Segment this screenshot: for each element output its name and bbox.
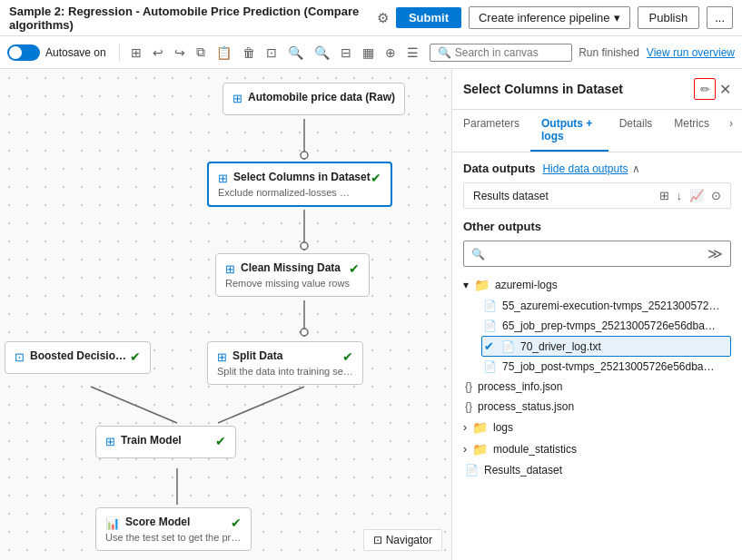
- navigator-button[interactable]: ⊡ Navigator: [363, 529, 442, 551]
- azuremi-children: 📄 55_azuremi-execution-tvmps_25213005726…: [463, 296, 731, 377]
- publish-button[interactable]: Publish: [638, 6, 700, 29]
- connectors-svg: [0, 69, 451, 560]
- file-process-status[interactable]: {} process_status.json: [463, 397, 731, 417]
- file-name-process-info: process_info.json: [478, 380, 562, 393]
- paste-icon[interactable]: 📋: [213, 44, 235, 62]
- score-check-icon: ✔: [231, 516, 242, 530]
- file-results-dataset[interactable]: 📄 Results_dataset: [463, 460, 731, 480]
- data-icon: ⊞: [232, 92, 242, 105]
- results-dataset-label: Results dataset: [473, 190, 652, 202]
- copy-icon[interactable]: ⧉: [193, 43, 209, 62]
- main-area: ⊞ Automobile price data (Raw) ⊞ Select C…: [0, 69, 742, 560]
- table-icon[interactable]: ▦: [359, 44, 378, 62]
- view-icon[interactable]: ⊕: [381, 44, 400, 62]
- file-75[interactable]: 📄 75_job_post-tvmps_25213005726e56dba07a…: [481, 357, 731, 377]
- file-name-70: 70_driver_log.txt: [520, 340, 601, 353]
- node-split-data[interactable]: ⊞ Split Data ✔ Split the data into train…: [207, 341, 363, 385]
- search-box[interactable]: 🔍: [430, 44, 572, 62]
- file-55[interactable]: 📄 55_azuremi-execution-tvmps_25213005726…: [481, 296, 731, 316]
- close-button[interactable]: ✕: [719, 81, 731, 98]
- table-ds-icon[interactable]: ⊞: [659, 189, 669, 202]
- autosave-label: Autosave on: [45, 46, 106, 59]
- automobile-node-title: Automobile price data (Raw): [248, 91, 395, 103]
- pencil-icon: ✏: [700, 83, 710, 96]
- layout-icon[interactable]: ⊟: [337, 44, 355, 62]
- train-check-icon: ✔: [215, 434, 226, 448]
- more-button[interactable]: ...: [707, 6, 733, 29]
- node-clean-missing[interactable]: ⊞ Clean Missing Data ✔ Remove missing va…: [215, 253, 370, 297]
- check-icon: ✔: [371, 171, 381, 185]
- separator: [119, 44, 120, 62]
- file-icon-65: 📄: [483, 319, 497, 332]
- gear-icon[interactable]: ⚙: [377, 10, 389, 26]
- zoom-fit-icon[interactable]: ⊡: [262, 44, 281, 62]
- select-columns-desc: Exclude normalized-losses which has many: [218, 187, 354, 198]
- edit-button[interactable]: ✏: [694, 78, 716, 100]
- chart-icon[interactable]: 📈: [689, 189, 704, 202]
- preview-icon[interactable]: ⊙: [711, 189, 721, 202]
- tab-metrics[interactable]: Metrics: [663, 110, 720, 152]
- tab-details[interactable]: Details: [608, 110, 664, 152]
- clean-missing-desc: Remove missing value rows: [225, 278, 360, 289]
- folder-module-stats[interactable]: › 📁 module_statistics: [463, 438, 731, 460]
- autosave-toggle[interactable]: Autosave on: [7, 44, 106, 61]
- folder-azuremi-logs[interactable]: ▾ 📁 azuremi-logs: [463, 274, 731, 296]
- canvas[interactable]: ⊞ Automobile price data (Raw) ⊞ Select C…: [0, 69, 451, 560]
- json-icon-2: {}: [465, 400, 472, 413]
- download-icon[interactable]: ↓: [677, 189, 683, 202]
- node-score-model[interactable]: 📊 Score Model ✔ Use the test set to get …: [95, 507, 252, 551]
- search-input[interactable]: [455, 46, 564, 59]
- chevron-right-stats-icon: ›: [463, 443, 467, 456]
- panel-header: Select Columns in Dataset ✏ ✕: [452, 69, 742, 110]
- redo-icon[interactable]: ↪: [171, 44, 189, 62]
- node-train-model[interactable]: ⊞ Train Model ✔: [95, 426, 236, 458]
- folder-logs-icon: 📁: [472, 420, 488, 435]
- node-boosted-tree[interactable]: ⊡ Boosted Decision Tree Regre... ✔: [5, 341, 151, 374]
- search-outputs-icon: 🔍: [471, 248, 485, 260]
- node-automobile-data[interactable]: ⊞ Automobile price data (Raw): [223, 83, 405, 115]
- panel-tabs: Parameters Outputs + logs Details Metric…: [452, 110, 742, 152]
- train-icon: ⊞: [105, 435, 115, 448]
- folder-icon: 📁: [474, 278, 490, 292]
- select-columns-node-title: Select Columns in Dataset: [233, 171, 371, 183]
- file-name-results: Results_dataset: [484, 464, 562, 476]
- page-title: Sample 2: Regression - Automobile Price …: [9, 5, 370, 32]
- navigator-label: Navigator: [386, 534, 432, 546]
- tab-scroll-right[interactable]: ›: [720, 110, 742, 152]
- clean-check-icon: ✔: [349, 261, 360, 276]
- file-process-info[interactable]: {} process_info.json: [463, 377, 731, 397]
- node-select-columns[interactable]: ⊞ Select Columns in Dataset ✔ Exclude no…: [207, 162, 392, 207]
- panel-content: Data outputs Hide data outputs ∧ Results…: [452, 152, 742, 560]
- zoom-out-icon[interactable]: 🔍: [284, 44, 307, 62]
- topbar: Sample 2: Regression - Automobile Price …: [0, 0, 742, 36]
- results-dataset-row[interactable]: Results dataset ⊞ ↓ 📈 ⊙: [463, 182, 731, 209]
- file-70[interactable]: ✔ 📄 70_driver_log.txt: [481, 336, 731, 357]
- outputs-search-input[interactable]: [489, 248, 704, 260]
- zoom-in-icon[interactable]: 🔍: [311, 44, 333, 62]
- toolbar: Autosave on ⊞ ↩ ↪ ⧉ 📋 🗑 ⊡ 🔍 🔍 ⊟ ▦ ⊕ ☰ 🔍 …: [0, 36, 742, 69]
- panel-title: Select Columns in Dataset: [463, 82, 694, 96]
- collapse-all-icon[interactable]: ≫: [707, 245, 723, 262]
- svg-point-8: [301, 329, 308, 336]
- toggle-switch[interactable]: [7, 44, 40, 61]
- folder-logs[interactable]: › 📁 logs: [463, 417, 731, 438]
- view-run-link[interactable]: View run overview: [647, 46, 735, 59]
- outputs-search-box[interactable]: 🔍 ≫: [463, 241, 731, 267]
- file-65[interactable]: 📄 65_job_prep-tvmps_25213005726e56dba07a…: [481, 316, 731, 336]
- score-icon: 📊: [105, 516, 120, 530]
- hide-data-outputs-link[interactable]: Hide data outputs: [542, 162, 628, 175]
- grid-icon[interactable]: ⊞: [127, 44, 145, 62]
- list-icon[interactable]: ☰: [403, 44, 422, 62]
- undo-icon[interactable]: ↩: [149, 44, 167, 62]
- clean-missing-icon: ⊞: [225, 262, 235, 276]
- inference-button[interactable]: Create inference pipeline ▾: [469, 6, 630, 29]
- delete-icon[interactable]: 🗑: [239, 44, 259, 62]
- split-data-desc: Split the data into training set (0.7) a…: [217, 366, 353, 377]
- run-status-area: Run finished View run overview: [579, 46, 735, 59]
- svg-point-6: [301, 152, 308, 159]
- tab-parameters[interactable]: Parameters: [452, 110, 530, 152]
- tab-outputs[interactable]: Outputs + logs: [530, 110, 608, 152]
- run-finished-label: Run finished: [579, 46, 639, 59]
- folder-name-logs: logs: [493, 421, 513, 434]
- submit-button[interactable]: Submit: [396, 7, 461, 28]
